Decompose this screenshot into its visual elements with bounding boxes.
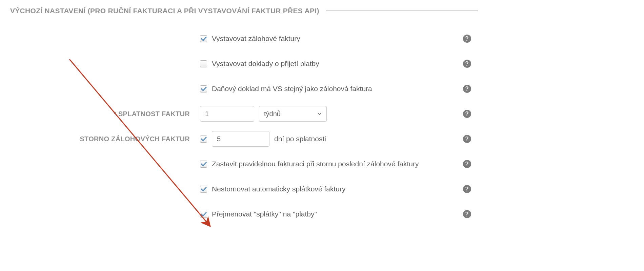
section-title: VÝCHOZÍ NASTAVENÍ (PRO RUČNÍ FAKTURACI A… <box>10 7 319 15</box>
row-label-cancel-proforma: STORNO ZÁLOHOVÝCH FAKTUR <box>10 135 200 143</box>
label-issue-receipts: Vystavovat doklady o přijetí platby <box>212 60 319 68</box>
row-rename-splatky: Přejmenovat "splátky" na "platby" <box>10 204 478 224</box>
row-same-vs: Daňový doklad má VS stejný jako zálohová… <box>10 79 478 99</box>
input-cancel-days[interactable] <box>212 131 269 147</box>
row-stop-periodic: Zastavit pravidelnou fakturaci při storn… <box>10 154 478 174</box>
row-no-cancel-installment: Nestornovat automaticky splátkové faktur… <box>10 179 478 199</box>
checkbox-same-vs[interactable] <box>200 85 207 92</box>
checkbox-cancel-enable[interactable] <box>200 136 207 143</box>
help-icon[interactable] <box>463 160 471 168</box>
row-label-due-period: * SPLATNOST FAKTUR <box>10 110 200 118</box>
checkbox-no-cancel-installment[interactable] <box>200 186 207 193</box>
section-divider <box>326 11 478 11</box>
help-icon[interactable] <box>463 35 471 43</box>
help-icon[interactable] <box>463 185 471 193</box>
checkbox-rename-splatky[interactable] <box>200 211 207 218</box>
help-icon[interactable] <box>463 210 471 218</box>
row-cancel-proforma: STORNO ZÁLOHOVÝCH FAKTUR dní po splatnos… <box>10 129 478 149</box>
help-icon[interactable] <box>463 85 471 93</box>
help-icon[interactable] <box>463 110 471 118</box>
section-header: VÝCHOZÍ NASTAVENÍ (PRO RUČNÍ FAKTURACI A… <box>10 7 478 15</box>
label-no-cancel-installment: Nestornovat automaticky splátkové faktur… <box>212 185 346 193</box>
row-issue-receipts: Vystavovat doklady o přijetí platby <box>10 54 478 74</box>
checkbox-stop-periodic[interactable] <box>200 161 207 168</box>
input-due-value[interactable] <box>200 106 254 122</box>
help-icon[interactable] <box>463 60 471 68</box>
label-stop-periodic: Zastavit pravidelnou fakturaci při storn… <box>212 160 419 168</box>
label-issue-proforma: Vystavovat zálohové faktury <box>212 35 300 43</box>
select-due-unit[interactable]: týdnů <box>259 106 327 122</box>
checkbox-issue-proforma[interactable] <box>200 35 207 42</box>
label-rename-splatky: Přejmenovat "splátky" na "platby" <box>212 210 317 218</box>
help-icon[interactable] <box>463 135 471 143</box>
checkbox-issue-receipts[interactable] <box>200 60 207 67</box>
row-due-period: * SPLATNOST FAKTUR týdnů <box>10 104 478 124</box>
row-issue-proforma: Vystavovat zálohové faktury <box>10 28 478 49</box>
label-cancel-suffix: dní po splatnosti <box>274 135 326 143</box>
label-same-vs: Daňový doklad má VS stejný jako zálohová… <box>212 85 372 93</box>
